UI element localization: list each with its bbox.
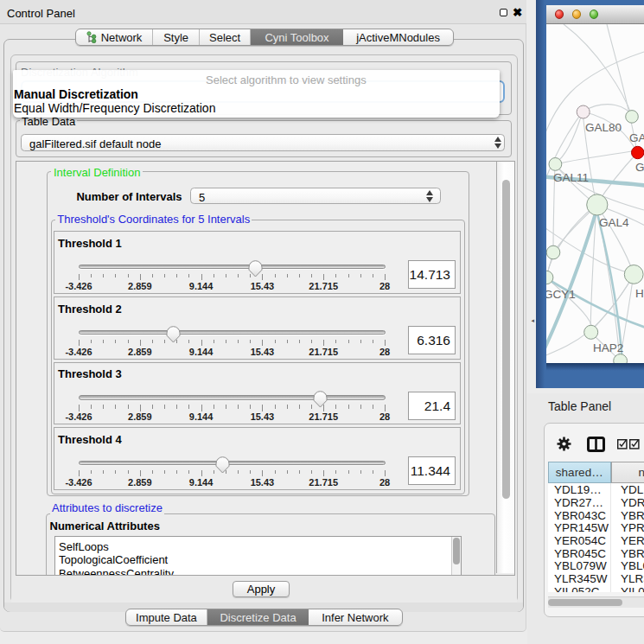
svg-text:GAL80: GAL80 <box>585 121 622 134</box>
svg-text:GA: GA <box>629 131 644 144</box>
svg-text:HAP2: HAP2 <box>593 341 623 354</box>
svg-text:H: H <box>635 287 644 300</box>
svg-text:GAL11: GAL11 <box>553 171 589 184</box>
svg-text:G: G <box>635 161 644 174</box>
svg-text:GAL4: GAL4 <box>599 216 629 229</box>
svg-text:GCY1: GCY1 <box>546 288 576 301</box>
